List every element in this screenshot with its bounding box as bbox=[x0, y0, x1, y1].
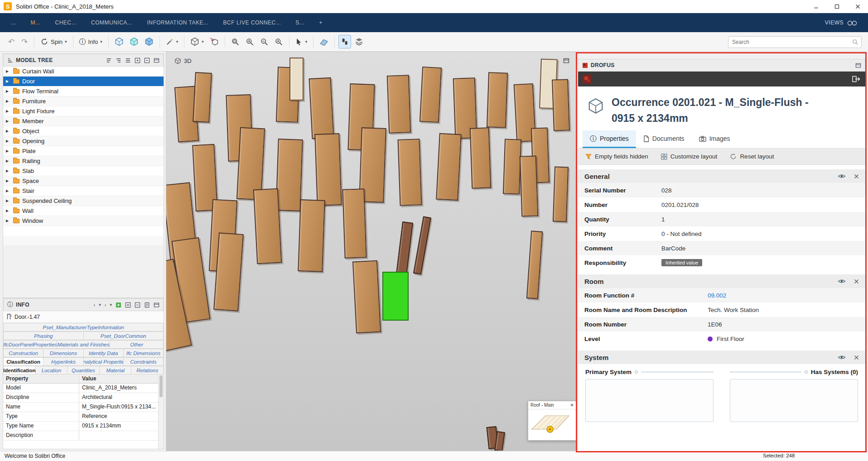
checkbox-remove-icon[interactable] bbox=[144, 58, 150, 63]
door-object[interactable] bbox=[420, 67, 442, 123]
table-row[interactable]: Model Clinic_A_2018_Meters bbox=[3, 384, 158, 393]
checkbox-add-icon[interactable] bbox=[135, 58, 140, 63]
expand-arrow-icon[interactable]: ▶ bbox=[6, 149, 12, 153]
tab-images[interactable]: Images bbox=[692, 130, 738, 148]
close-icon[interactable]: ✕ bbox=[570, 403, 574, 408]
model-tree-item[interactable]: ▶ Plate bbox=[3, 146, 164, 156]
info-tab[interactable]: Phasing bbox=[3, 331, 84, 340]
show-model-button[interactable] bbox=[112, 35, 126, 48]
info-tab[interactable]: Hyperlinks bbox=[43, 357, 83, 366]
menu-tab[interactable]: + bbox=[319, 19, 323, 26]
reset-layout-button[interactable]: Reset layout bbox=[730, 153, 774, 160]
model-tree-item[interactable]: ▶ Curtain Wall bbox=[3, 67, 164, 77]
door-object[interactable] bbox=[275, 139, 303, 211]
info-tab[interactable]: Identity Data bbox=[84, 349, 124, 357]
model-tree-item[interactable]: ▶ Flow Terminal bbox=[3, 86, 164, 96]
model-tree-item[interactable]: ▶ Door bbox=[3, 77, 164, 86]
expand-arrow-icon[interactable]: ▶ bbox=[6, 109, 12, 113]
chevron-down-icon[interactable]: ▾ bbox=[110, 303, 112, 307]
styles-button[interactable]: ▾ bbox=[164, 35, 181, 48]
scrollbar-thumb[interactable] bbox=[159, 375, 163, 397]
group-by-icon[interactable] bbox=[116, 58, 121, 63]
open-in-drofus-button[interactable] bbox=[852, 75, 861, 83]
close-section-icon[interactable] bbox=[854, 174, 859, 179]
zoom-window-button[interactable] bbox=[229, 35, 242, 48]
has-systems-list[interactable] bbox=[730, 379, 858, 422]
viewport-3d[interactable]: 3D Roof - Main ✕ bbox=[166, 52, 576, 451]
report-icon[interactable] bbox=[144, 302, 150, 308]
door-object[interactable] bbox=[436, 133, 462, 201]
spin-button[interactable]: Spin▾ bbox=[38, 35, 69, 48]
info-tab[interactable]: Ifc Dimensions bbox=[124, 349, 164, 357]
eye-icon[interactable] bbox=[838, 173, 846, 179]
door-object[interactable] bbox=[553, 166, 569, 222]
model-tree-item[interactable]: ▶ Suspended Ceiling bbox=[3, 196, 164, 206]
tab-properties[interactable]: ⓘ Properties bbox=[583, 130, 636, 148]
info-tab[interactable]: Materials and Finishes bbox=[57, 340, 111, 349]
model-tree-item[interactable]: ▶ Wall bbox=[3, 206, 164, 216]
eye-icon[interactable] bbox=[838, 279, 846, 284]
door-object[interactable] bbox=[413, 216, 431, 274]
redo-button[interactable]: ↷ bbox=[19, 35, 30, 48]
door-object[interactable] bbox=[253, 188, 282, 264]
expand-arrow-icon[interactable]: ▶ bbox=[6, 119, 12, 123]
model-tree-item[interactable]: ▶ Opening bbox=[3, 136, 164, 146]
door-object[interactable] bbox=[520, 155, 539, 216]
door-object[interactable] bbox=[309, 77, 334, 139]
expand-arrow-icon[interactable]: ▶ bbox=[6, 199, 12, 203]
model-tree-item[interactable]: ▶ Stair bbox=[3, 186, 164, 196]
info-tab[interactable]: Material bbox=[100, 366, 132, 375]
column-header-value[interactable]: Value bbox=[79, 375, 158, 383]
panel-window-icon[interactable] bbox=[855, 62, 861, 68]
history-back-icon[interactable]: ‹ bbox=[94, 302, 96, 307]
menu-tab[interactable]: CHEC... bbox=[55, 19, 77, 26]
door-object[interactable] bbox=[397, 139, 422, 206]
model-tree-item[interactable]: ▶ Space bbox=[3, 176, 164, 186]
panel-window-icon[interactable] bbox=[154, 58, 159, 63]
menu-tab[interactable]: COMMUNICA... bbox=[91, 19, 132, 26]
model-tree-item[interactable]: ▶ Light Fixture bbox=[3, 106, 164, 116]
expand-arrow-icon[interactable]: ▶ bbox=[6, 169, 12, 173]
expand-arrow-icon[interactable]: ▶ bbox=[6, 99, 12, 103]
info-tab[interactable]: Relations bbox=[131, 366, 164, 375]
selected-door-object[interactable] bbox=[382, 272, 409, 321]
primary-system-list[interactable] bbox=[585, 379, 714, 422]
close-section-icon[interactable] bbox=[854, 355, 859, 360]
info-tab[interactable]: Construction bbox=[3, 349, 43, 357]
views-menu[interactable]: VIEWS bbox=[825, 13, 857, 32]
info-tab[interactable]: Constraints bbox=[124, 357, 164, 366]
expand-arrow-icon[interactable]: ▶ bbox=[6, 179, 12, 183]
info-tab[interactable]: IfcDoorPanelProperties bbox=[3, 340, 57, 349]
expand-arrow-icon[interactable]: ▶ bbox=[6, 79, 12, 83]
door-object[interactable] bbox=[298, 199, 325, 272]
show-similar-button[interactable] bbox=[127, 35, 141, 48]
door-object[interactable] bbox=[352, 260, 381, 334]
info-tab[interactable]: Classification bbox=[3, 357, 43, 366]
tab-documents[interactable]: Documents bbox=[636, 130, 692, 148]
close-section-icon[interactable] bbox=[854, 279, 859, 284]
door-object[interactable] bbox=[526, 230, 543, 299]
menu-tab[interactable]: INFORMATION TAKE... bbox=[147, 19, 208, 26]
zoom-out-button[interactable] bbox=[258, 35, 271, 48]
history-forward-icon[interactable]: › bbox=[105, 302, 106, 307]
table-scrollbar[interactable] bbox=[158, 375, 164, 449]
menu-tab[interactable]: S... bbox=[295, 19, 304, 26]
expand-arrow-icon[interactable]: ▶ bbox=[6, 89, 12, 93]
minimize-button[interactable] bbox=[805, 0, 826, 13]
customize-layout-button[interactable]: Customize layout bbox=[661, 153, 718, 160]
search-input[interactable] bbox=[732, 39, 852, 45]
menu-tab[interactable]: ... bbox=[11, 19, 16, 26]
auto-update-icon[interactable] bbox=[116, 302, 121, 308]
door-object[interactable] bbox=[487, 72, 508, 128]
zoom-fit-button[interactable] bbox=[272, 35, 285, 48]
empty-fields-toggle[interactable]: Empty fields hidden bbox=[585, 153, 648, 160]
chevron-down-icon[interactable]: ▾ bbox=[99, 303, 101, 307]
table-row[interactable]: Type Name 0915 x 2134mm bbox=[3, 422, 158, 431]
close-button[interactable] bbox=[847, 0, 868, 13]
expand-arrow-icon[interactable]: ▶ bbox=[6, 69, 12, 73]
door-object[interactable] bbox=[552, 79, 570, 131]
panel-window-icon[interactable] bbox=[154, 302, 159, 308]
look-at-button[interactable] bbox=[207, 35, 221, 48]
model-tree-item[interactable]: ▶ Railing bbox=[3, 156, 164, 166]
measure-button[interactable]: ▾ bbox=[293, 35, 310, 48]
